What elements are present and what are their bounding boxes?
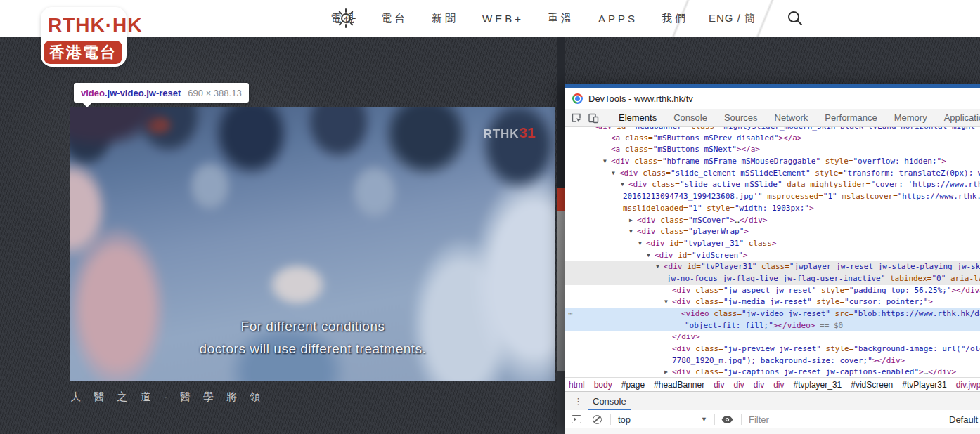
breadcrumb-item[interactable]: #page	[621, 380, 645, 390]
devtools-tab-sources[interactable]: Sources	[716, 109, 766, 127]
dom-tree-line[interactable]: ▼<div class="playerWrap">	[565, 226, 980, 238]
dom-tree-line[interactable]: ▼<div class="hbframe mSFrame mSMouseDrag…	[565, 156, 980, 168]
dom-tree-line[interactable]: <a class="mSButtons mSPrev disabled"></a…	[565, 133, 980, 145]
live-expression-eye-icon[interactable]	[721, 410, 733, 428]
screenshot-root: 電視電台新聞WEB+重溫APPS我們 ENG / 簡 RTHK·HK 香港電台 …	[0, 0, 980, 434]
dom-tree-line[interactable]: "object-fit: fill;"></video> == $0	[565, 320, 980, 332]
dom-tree-line[interactable]: <div class="jw-preview jw-reset" style="…	[565, 343, 980, 355]
devtools-window-title: DevTools - www.rthk.hk/tv	[588, 93, 693, 104]
nav-item[interactable]: 我們	[662, 12, 688, 25]
nav-item[interactable]: APPS	[598, 13, 638, 25]
collapse-arrow-icon[interactable]: ▼	[612, 168, 615, 180]
clear-console-icon[interactable]	[593, 410, 602, 428]
dom-tree-line[interactable]: <div id="headbanner" class="mightyslider…	[565, 127, 980, 133]
dom-tree-line[interactable]: jw-no-focus jw-flag-live jw-flag-user-in…	[565, 273, 980, 285]
dom-tree-line[interactable]: ▼<div id="tvplayer_31" class>	[565, 238, 980, 250]
breadcrumb-item[interactable]: div	[734, 380, 744, 390]
toolbar-separator	[610, 414, 611, 425]
context-dropdown-arrow-icon[interactable]: ▼	[701, 410, 707, 428]
rthk-logo-chinese: 香港電台	[49, 42, 117, 63]
dom-tree-line[interactable]: ▼<div class="slide active mSSlide" data-…	[565, 179, 980, 191]
collapse-arrow-icon[interactable]: ▼	[603, 156, 607, 168]
console-messages-area[interactable]	[565, 428, 980, 434]
collapse-arrow-icon[interactable]: ▼	[629, 226, 633, 238]
nav-item[interactable]: WEB+	[482, 13, 524, 25]
console-filter-input[interactable]: Filter	[749, 410, 769, 428]
expand-arrow-icon[interactable]: ▶	[629, 215, 633, 227]
devtools-tab-performance[interactable]: Performance	[816, 109, 885, 127]
dom-tree-line[interactable]: 20161213094743_199423608.jpg'" msprocess…	[565, 191, 980, 203]
devtools-tab-elements[interactable]: Elements	[610, 109, 665, 127]
dom-tree-line[interactable]: ▶<div class="jw-captions jw-reset jw-cap…	[565, 367, 980, 377]
dom-tree-line[interactable]: ⋯<video class="jw-video jw-reset" src="b…	[565, 308, 980, 320]
dom-tree-line[interactable]: ▶<div class="mSCover">…</div>	[565, 215, 980, 227]
expand-arrow-icon[interactable]: ▶	[664, 367, 668, 377]
video-player[interactable]: RTHK31 For different conditions doctors …	[70, 107, 555, 381]
scrollbar-track-bottom	[557, 371, 565, 434]
dom-tree-line[interactable]: ▼<div class="slide_element mSSlideElemen…	[565, 168, 980, 180]
console-toolbar: top ▼ Filter Default	[565, 410, 980, 428]
collapse-arrow-icon[interactable]: ▼	[638, 238, 642, 250]
devtools-tabbar: ElementsConsoleSourcesNetworkPerformance…	[565, 109, 980, 127]
drawer-tabbar: ⋮ Console	[565, 391, 980, 410]
tooltip-tag: video	[81, 88, 105, 98]
breadcrumb-item[interactable]: body	[594, 380, 612, 390]
devtools-tab-application[interactable]: Application	[936, 109, 980, 127]
search-icon[interactable]	[786, 9, 804, 27]
nav-divider	[756, 0, 774, 37]
tooltip-size: 690 × 388.13	[188, 88, 241, 98]
scrollbar-thumb[interactable]	[557, 211, 565, 371]
channel-watermark: RTHK31	[483, 124, 536, 141]
devtools-titlebar[interactable]: DevTools - www.rthk.hk/tv	[565, 88, 980, 109]
breadcrumb-item[interactable]: #vidScreen	[851, 380, 893, 390]
dom-tree-line[interactable]: ▼<div id="vidScreen">	[565, 250, 980, 262]
breadcrumb-item[interactable]: div	[714, 380, 724, 390]
collapse-arrow-icon[interactable]: ▼	[664, 296, 668, 308]
dom-tree-line[interactable]: <div class="jw-aspect jw-reset" style="p…	[565, 285, 980, 297]
elements-panel: <div id="headbanner" class="mightyslider…	[565, 127, 980, 377]
breadcrumb-item[interactable]: div.jwplayer	[956, 380, 980, 390]
tooltip-classes: .jw-video.jw-reset	[105, 88, 181, 98]
nav-item[interactable]: 重溫	[548, 12, 574, 25]
breadcrumb-item[interactable]: #tvplayer_31	[794, 380, 842, 390]
nav-item[interactable]: 電視	[330, 12, 357, 25]
collapse-arrow-icon[interactable]: ▼	[621, 179, 624, 191]
devtools-tab-network[interactable]: Network	[766, 109, 817, 127]
dom-tree-line[interactable]: 7780_1920_m.jpg"); background-size: cove…	[565, 355, 980, 367]
log-levels-dropdown[interactable]: Default	[949, 410, 978, 428]
dom-tree-line[interactable]: <a class="mSButtons mSNext"></a>	[565, 144, 980, 156]
breadcrumb-item[interactable]: div	[754, 380, 764, 390]
dom-tree-line[interactable]: ▼<div class="jw-media jw-reset" style="c…	[565, 296, 980, 308]
scrollbar-red-segment	[557, 188, 565, 211]
inspect-element-icon[interactable]	[571, 112, 582, 124]
dom-tree-line[interactable]: ▼<div id="tvPlayer31" class="jwplayer jw…	[565, 261, 980, 273]
more-actions-icon[interactable]: ⋯	[568, 308, 574, 320]
dom-tree-line[interactable]: </div>	[565, 331, 980, 343]
language-switch[interactable]: ENG / 簡	[709, 0, 756, 37]
toolbar-separator	[714, 414, 715, 425]
breadcrumb-item[interactable]: #tvPlayer31	[902, 380, 946, 390]
breadcrumb-item[interactable]: div	[773, 380, 784, 390]
subtitle-line-2: doctors will use different treatments.	[70, 341, 555, 357]
drawer-tab-console[interactable]: Console	[593, 392, 626, 411]
programme-title: 大 醫 之 道 - 醫 學 將 領	[70, 390, 265, 404]
nav-item[interactable]: 電台	[381, 12, 408, 25]
watermark-rthk-text: RTHK	[483, 127, 519, 140]
devtools-tab-memory[interactable]: Memory	[886, 109, 936, 127]
devtools-tab-console[interactable]: Console	[665, 109, 716, 127]
nav-item[interactable]: 新聞	[432, 12, 458, 25]
devtools-window: DevTools - www.rthk.hk/tv ElementsConsol…	[565, 84, 980, 434]
rthk-logo-badge[interactable]: 香港電台	[44, 41, 122, 64]
console-sidebar-icon[interactable]	[572, 410, 581, 428]
rthk-logo-text[interactable]: RTHK·HK	[48, 14, 143, 37]
page-scrollbar-strip[interactable]	[557, 37, 565, 434]
breadcrumb-item[interactable]: html	[569, 380, 585, 390]
device-toolbar-icon[interactable]	[588, 112, 599, 124]
kebab-menu-icon[interactable]: ⋮	[574, 396, 583, 407]
breadcrumb-item[interactable]: #headBanner	[654, 380, 704, 390]
context-selector[interactable]: top	[618, 410, 631, 428]
collapse-arrow-icon[interactable]: ▼	[656, 261, 659, 273]
collapse-arrow-icon[interactable]: ▼	[647, 250, 650, 262]
dom-tree-line[interactable]: msslideloaded="1" style="width: 1903px;"…	[565, 203, 980, 215]
drawer-tab-label: Console	[593, 396, 626, 407]
